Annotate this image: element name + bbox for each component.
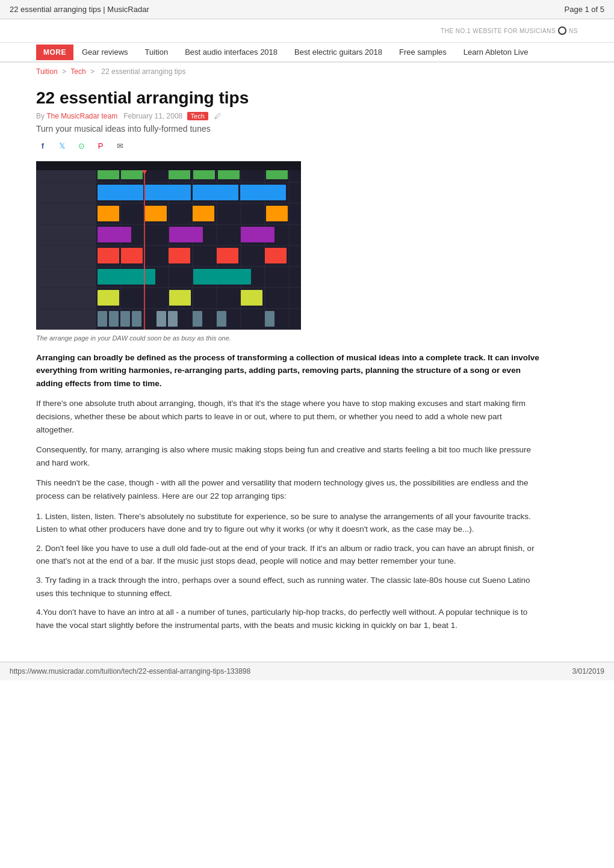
tip-3: 3. Try fading in a track through the int… <box>36 574 542 600</box>
nav-item-ableton[interactable]: Learn Ableton Live <box>455 43 537 61</box>
article-lead: Arranging can broadly be defined as the … <box>36 351 542 390</box>
svg-rect-47 <box>265 248 287 263</box>
svg-rect-21 <box>36 225 96 245</box>
svg-rect-24 <box>36 288 96 308</box>
whatsapp-share-button[interactable]: ⊙ <box>75 140 88 153</box>
breadcrumb-tuition[interactable]: Tuition <box>36 67 58 76</box>
author-link[interactable]: The MusicRadar team <box>46 112 117 120</box>
svg-rect-48 <box>98 269 155 285</box>
article-paragraph-1: If there's one absolute truth about arra… <box>36 397 542 436</box>
svg-rect-44 <box>121 248 143 263</box>
svg-rect-50 <box>98 290 119 306</box>
image-caption: The arrange page in your DAW could soon … <box>36 334 542 342</box>
publish-date: February 11, 2008 <box>123 112 182 120</box>
svg-rect-52 <box>241 290 262 306</box>
svg-rect-37 <box>145 206 167 221</box>
svg-rect-53 <box>98 311 107 327</box>
svg-rect-19 <box>36 183 96 203</box>
article-meta: By The MusicRadar team February 11, 2008… <box>36 112 542 120</box>
article-image <box>36 161 301 330</box>
tip-1: 1. Listen, listen, listen. There's absol… <box>36 510 542 536</box>
svg-rect-32 <box>98 185 143 200</box>
article-body: Arranging can broadly be defined as the … <box>36 351 542 632</box>
footer-url: https://www.musicradar.com/tuition/tech/… <box>10 667 250 676</box>
svg-rect-61 <box>265 311 274 327</box>
svg-rect-55 <box>120 311 130 327</box>
search-icon[interactable] <box>558 26 566 35</box>
svg-rect-54 <box>109 311 119 327</box>
svg-rect-46 <box>217 248 238 263</box>
browser-footer: https://www.musicradar.com/tuition/tech/… <box>0 662 614 680</box>
site-tagline: THE NO.1 WEBSITE FOR MUSICIANS NS <box>441 26 578 35</box>
svg-rect-57 <box>157 311 166 327</box>
twitter-share-button[interactable]: 𝕏 <box>55 140 69 153</box>
nav-item-tuition[interactable]: Tuition <box>137 43 177 61</box>
svg-rect-63 <box>96 161 301 170</box>
svg-rect-22 <box>36 246 96 266</box>
nav-bar: MORE Gear reviews Tuition Best audio int… <box>0 43 614 63</box>
article-subtitle: Turn your musical ideas into fully-forme… <box>36 124 542 134</box>
breadcrumb-current: 22 essential arranging tips <box>101 67 185 76</box>
svg-rect-60 <box>217 311 226 327</box>
svg-rect-34 <box>193 185 238 200</box>
svg-rect-36 <box>98 206 119 221</box>
browser-title-bar: 22 essential arranging tips | MusicRadar… <box>0 0 614 19</box>
social-icons: f 𝕏 ⊙ P ✉ <box>36 140 542 153</box>
svg-rect-40 <box>98 227 131 242</box>
svg-rect-58 <box>168 311 178 327</box>
tip-2: 2. Don't feel like you have to use a dul… <box>36 542 542 568</box>
svg-rect-23 <box>36 267 96 287</box>
svg-rect-51 <box>169 290 191 306</box>
site-header: THE NO.1 WEBSITE FOR MUSICIANS NS <box>0 19 614 43</box>
nav-item-free-samples[interactable]: Free samples <box>391 43 455 61</box>
article-wrapper: 22 essential arranging tips By The Music… <box>0 88 578 662</box>
nav-item-gear-reviews[interactable]: Gear reviews <box>73 43 137 61</box>
nav-more-button[interactable]: MORE <box>36 45 73 60</box>
edit-icon: 🖊 <box>214 112 221 120</box>
article-title: 22 essential arranging tips <box>36 88 542 108</box>
article-tag[interactable]: Tech <box>187 112 208 120</box>
svg-rect-20 <box>36 204 96 224</box>
svg-rect-35 <box>240 185 286 200</box>
tip-4: 4.You don't have to have an intro at all… <box>36 606 542 632</box>
svg-rect-38 <box>193 206 214 221</box>
svg-rect-56 <box>132 311 141 327</box>
svg-rect-42 <box>241 227 274 242</box>
breadcrumb-tech[interactable]: Tech <box>70 67 85 76</box>
svg-rect-43 <box>98 248 119 263</box>
page-title: 22 essential arranging tips | MusicRadar <box>10 5 149 14</box>
svg-rect-25 <box>36 309 96 329</box>
article-paragraph-3: This needn't be the case, though - with … <box>36 476 542 502</box>
article-paragraph-2: Consequently, for many, arranging is als… <box>36 443 542 469</box>
svg-rect-39 <box>266 206 288 221</box>
svg-rect-33 <box>145 185 191 200</box>
nav-item-best-guitars[interactable]: Best electric guitars 2018 <box>286 43 391 61</box>
svg-rect-41 <box>169 227 203 242</box>
nav-item-best-audio[interactable]: Best audio interfaces 2018 <box>176 43 286 61</box>
svg-rect-59 <box>193 311 202 327</box>
svg-rect-49 <box>193 269 251 285</box>
page-info: Page 1 of 5 <box>565 5 605 14</box>
facebook-share-button[interactable]: f <box>36 140 49 153</box>
breadcrumb: Tuition > Tech > 22 essential arranging … <box>0 63 614 81</box>
svg-rect-45 <box>169 248 190 263</box>
email-share-button[interactable]: ✉ <box>113 140 126 153</box>
pinterest-share-button[interactable]: P <box>94 140 107 153</box>
footer-date: 3/01/2019 <box>572 667 604 676</box>
